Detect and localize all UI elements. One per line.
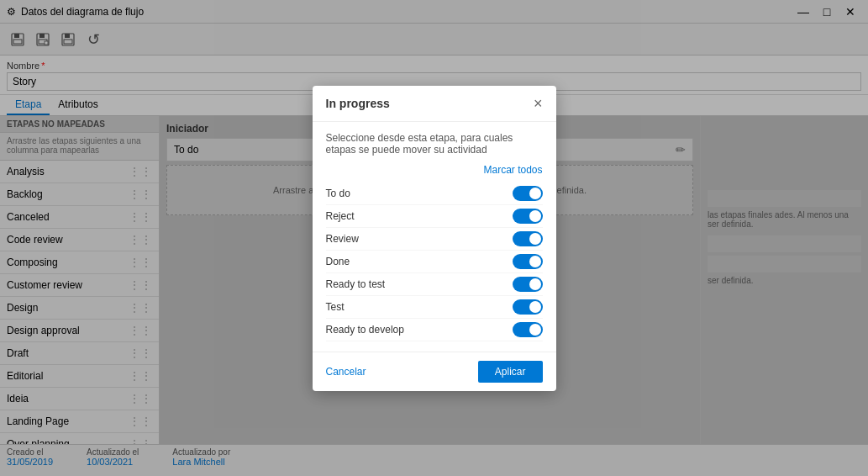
toggle-row-done: Done xyxy=(326,251,543,273)
modal-header: In progress × xyxy=(313,86,556,122)
modal-close-button[interactable]: × xyxy=(534,96,543,111)
toggle-ready-to-develop[interactable] xyxy=(513,322,543,337)
toggle-row-ready-to-test: Ready to test xyxy=(326,273,543,296)
toggle-label-reject: Reject xyxy=(326,210,355,222)
toggle-row-reject: Reject xyxy=(326,205,543,228)
cancel-button[interactable]: Cancelar xyxy=(326,366,366,378)
toggle-label-review: Review xyxy=(326,233,359,245)
toggle-test[interactable] xyxy=(513,299,543,315)
toggle-row-ready-to-develop: Ready to develop xyxy=(326,319,543,341)
toggle-row-review: Review xyxy=(326,228,543,251)
modal-dialog: In progress × Seleccione desde esta etap… xyxy=(313,86,556,391)
modal-body: Seleccione desde esta etapa, para cuales… xyxy=(313,122,556,352)
toggle-label-done: Done xyxy=(326,256,350,267)
toggle-row-test: Test xyxy=(326,296,543,319)
mark-all-row: Marcar todos xyxy=(326,164,543,176)
toggle-row-todo: To do xyxy=(326,182,543,205)
modal-title: In progress xyxy=(326,97,390,110)
toggle-done[interactable] xyxy=(513,254,543,269)
toggle-label-ready-to-develop: Ready to develop xyxy=(326,324,404,336)
mark-all-link[interactable]: Marcar todos xyxy=(483,164,542,176)
toggle-todo[interactable] xyxy=(513,186,543,201)
apply-button[interactable]: Aplicar xyxy=(478,361,543,383)
toggle-label-todo: To do xyxy=(326,188,350,199)
toggle-label-test: Test xyxy=(326,301,345,313)
modal-description: Seleccione desde esta etapa, para cuales… xyxy=(326,132,543,156)
toggle-reject[interactable] xyxy=(513,209,543,224)
toggle-label-ready-to-test: Ready to test xyxy=(326,278,386,290)
toggle-review[interactable] xyxy=(513,231,543,246)
modal-footer: Cancelar Aplicar xyxy=(313,352,556,391)
toggle-ready-to-test[interactable] xyxy=(513,277,543,292)
modal-overlay[interactable]: In progress × Seleccione desde esta etap… xyxy=(0,0,868,476)
